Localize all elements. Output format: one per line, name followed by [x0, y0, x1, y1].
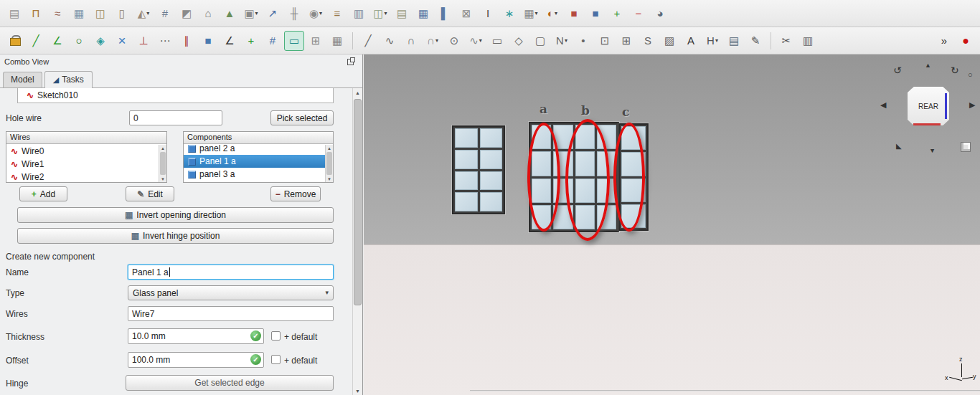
- arch-curtain-wall-icon[interactable]: ▦: [69, 4, 89, 24]
- arch-survey-icon[interactable]: ◕: [650, 4, 670, 24]
- scrollbar-thumb[interactable]: [354, 99, 362, 305]
- hole-wire-input[interactable]: 0: [129, 110, 222, 125]
- sketch-line-icon[interactable]: ╱: [26, 31, 46, 51]
- sketch-circle-icon[interactable]: ○: [69, 31, 89, 51]
- float-panel-icon[interactable]: [347, 59, 354, 65]
- thickness-input[interactable]: 10.0 mm ✓: [128, 328, 264, 344]
- create-arc-icon[interactable]: ∩: [401, 31, 421, 51]
- arch-project-icon[interactable]: ▣▾: [241, 4, 261, 24]
- arch-mesh-icon[interactable]: ∗: [499, 4, 519, 24]
- arch-remove-component-icon[interactable]: ■: [585, 4, 606, 24]
- arch-project-icon-caret[interactable]: ▾: [255, 10, 258, 16]
- create-conic-icon[interactable]: ∿▾: [466, 31, 486, 51]
- create-rectangle-icon[interactable]: ▭: [487, 31, 507, 51]
- create-conic-icon-caret[interactable]: ▾: [479, 37, 482, 44]
- list-item[interactable]: panel 3 a: [184, 168, 325, 181]
- arch-site-icon[interactable]: ▲: [220, 4, 240, 24]
- create-polyline-icon[interactable]: ∿: [380, 31, 400, 51]
- external-geometry-icon[interactable]: ⊡: [595, 31, 615, 51]
- scroll-up-icon[interactable]: ▲: [326, 145, 333, 151]
- scrollbar-thumb[interactable]: [160, 152, 166, 175]
- list-item[interactable]: panel 2 a: [184, 142, 325, 155]
- scroll-down-icon[interactable]: ▼: [159, 176, 166, 182]
- wires-input[interactable]: Wire7: [128, 306, 334, 321]
- tasks-scrollbar[interactable]: ▲ ▼: [352, 88, 362, 395]
- arch-schedule-icon[interactable]: ▦: [413, 4, 433, 24]
- create-line-icon[interactable]: ╱: [358, 31, 378, 51]
- create-point-icon[interactable]: •: [573, 31, 593, 51]
- scroll-up-icon[interactable]: ▲: [159, 145, 166, 151]
- arch-section-plane-icon[interactable]: ◩: [176, 4, 197, 24]
- create-circle-icon[interactable]: ⊙: [444, 31, 464, 51]
- pick-selected-button[interactable]: Pick selected: [270, 110, 334, 125]
- name-input[interactable]: Panel 1 a: [128, 265, 334, 280]
- annotation-icon[interactable]: ▤: [724, 31, 744, 51]
- navigation-cube[interactable]: REAR: [907, 86, 950, 126]
- sketch-hatch-icon[interactable]: ▨: [659, 31, 679, 51]
- cut-icon[interactable]: ✂: [776, 31, 796, 51]
- offset-input[interactable]: 100.0 mm ✓: [128, 352, 264, 368]
- nav-circle-icon[interactable]: ○: [968, 70, 973, 79]
- arch-subtract-icon[interactable]: −: [628, 4, 649, 24]
- rotate-up-icon[interactable]: ▲: [925, 62, 931, 69]
- arch-stairs-icon[interactable]: ≡: [327, 4, 347, 24]
- arch-rebar-icon[interactable]: ≈: [47, 4, 67, 24]
- constraint-perpendicular-icon[interactable]: ⊥: [133, 31, 154, 51]
- record-macro-icon[interactable]: ●: [956, 31, 976, 51]
- nav-corner-bl-icon[interactable]: ◣: [896, 142, 902, 150]
- scroll-down-icon[interactable]: ▼: [326, 176, 333, 182]
- arch-structure-icon[interactable]: Π: [26, 4, 46, 24]
- create-bspline-icon-caret[interactable]: ▾: [565, 37, 567, 44]
- rotate-cw-icon[interactable]: ↻: [951, 65, 959, 76]
- rotate-down-icon[interactable]: ▲: [929, 148, 936, 155]
- sketch-delete-icon[interactable]: ×: [112, 31, 132, 51]
- paste-icon[interactable]: ▥: [798, 31, 818, 51]
- scroll-up-icon[interactable]: ▲: [353, 88, 362, 97]
- sketch-lock-icon[interactable]: [4, 31, 24, 51]
- wires-list-scrollbar[interactable]: ▲ ▼: [159, 145, 166, 182]
- arch-material-icon-caret[interactable]: ▾: [555, 10, 557, 16]
- sketch-polyline-icon[interactable]: ∠: [47, 31, 67, 51]
- arch-pipe-connector-icon-caret[interactable]: ▾: [319, 10, 322, 16]
- add-button[interactable]: + Add: [19, 186, 67, 201]
- arch-equipment-icon[interactable]: ▯: [112, 4, 132, 24]
- constraint-more-icon[interactable]: ⋯: [155, 31, 175, 51]
- components-list-scrollbar[interactable]: ▲ ▼: [325, 145, 333, 182]
- arch-fence-icon[interactable]: ▤: [392, 4, 412, 24]
- tab-tasks[interactable]: ◢ Tasks: [44, 71, 93, 88]
- arch-roof-icon-caret[interactable]: ▾: [146, 10, 149, 16]
- arch-text-icon[interactable]: I: [478, 4, 498, 24]
- arch-panel-tools-icon-caret[interactable]: ▾: [535, 10, 538, 16]
- arch-reference-icon[interactable]: ↗: [263, 4, 283, 24]
- arch-frame-icon-caret[interactable]: ▾: [385, 10, 387, 16]
- list-item[interactable]: ∿Wire0: [6, 145, 159, 158]
- text-tool-icon[interactable]: A: [681, 31, 701, 51]
- dimension-tool-icon-caret[interactable]: ▾: [715, 37, 718, 44]
- constraint-block-icon[interactable]: ■: [198, 31, 218, 51]
- arch-add-component-icon[interactable]: ■: [564, 4, 584, 24]
- arch-union-icon[interactable]: +: [607, 4, 627, 24]
- 3d-viewport[interactable]: a b c ↺ ▲ ↻ ○ ◀ ▶ ◣ ▲ REAR z x y: [364, 54, 980, 395]
- arch-section-icon[interactable]: ⊠: [456, 4, 476, 24]
- list-item[interactable]: ∿Wire2: [6, 171, 159, 182]
- sketch-pattern-icon[interactable]: ▦: [327, 31, 347, 51]
- create-arc-variant-icon[interactable]: ∩▾: [423, 31, 443, 51]
- create-bspline-icon[interactable]: N▾: [552, 31, 572, 51]
- scrollbar-thumb[interactable]: [326, 152, 332, 175]
- arch-panel-icon[interactable]: ▥: [349, 4, 369, 24]
- constraint-parallel-icon[interactable]: ∥: [176, 31, 197, 51]
- rotate-right-icon[interactable]: ▶: [969, 100, 975, 110]
- window-model-left[interactable]: [452, 125, 505, 214]
- sketch-rectangle-tool-icon[interactable]: ▭: [284, 31, 304, 51]
- wires-list-body[interactable]: ∿Wire0∿Wire1∿Wire2: [6, 145, 159, 182]
- rotate-ccw-icon[interactable]: ↺: [893, 65, 902, 76]
- arch-axis-icon[interactable]: #: [155, 4, 175, 24]
- invert-opening-direction-button[interactable]: ▦ Invert opening direction: [17, 207, 334, 223]
- sketch-grid-icon[interactable]: #: [263, 31, 283, 51]
- create-polygon-icon[interactable]: ◇: [509, 31, 529, 51]
- sketch-mirror-icon[interactable]: S: [638, 31, 658, 51]
- invert-hinge-position-button[interactable]: ▦ Invert hinge position: [17, 228, 334, 244]
- carbon-copy-icon[interactable]: ⊞: [616, 31, 636, 51]
- arch-panel-tools-icon[interactable]: ▦▾: [521, 4, 541, 24]
- list-item[interactable]: ∿Wire1: [6, 158, 159, 171]
